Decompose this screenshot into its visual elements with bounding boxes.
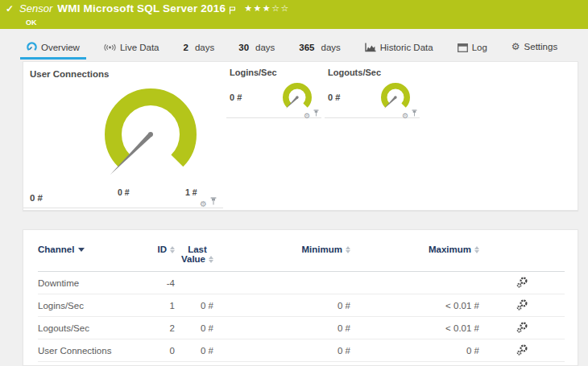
gear-icon: ⚙ xyxy=(511,41,520,52)
channel-settings-gears-icon[interactable] xyxy=(516,344,528,357)
tab-365-days[interactable]: 365 days xyxy=(292,39,346,60)
sort-toggle-icon[interactable] xyxy=(170,246,175,253)
channel-minimum xyxy=(225,272,350,294)
channel-id: 0 xyxy=(143,339,175,362)
channel-settings-gears-icon[interactable] xyxy=(516,299,528,312)
table-row: Logins/Sec 1 0 # 0 # < 0.01 # xyxy=(38,294,565,317)
user-connections-gauge[interactable] xyxy=(102,86,199,183)
tab-2-days-number: 2 xyxy=(184,43,188,52)
table-row: Logouts/Sec 2 0 # 0 # < 0.01 # xyxy=(38,317,565,339)
sensor-header: ✓ Sensor WMI Microsoft SQL Server 2016 ★… xyxy=(0,0,588,29)
tab-30-days-unit: days xyxy=(255,43,275,52)
column-header-channel[interactable]: Channel xyxy=(38,245,143,272)
log-window-icon xyxy=(458,43,468,52)
gauge-current-value: 0 # xyxy=(328,93,340,102)
channel-maximum: < 0.01 # xyxy=(350,317,479,339)
prtg-sensor-page: ✓ Sensor WMI Microsoft SQL Server 2016 ★… xyxy=(0,0,588,366)
sort-active-desc-icon xyxy=(78,248,85,252)
tab-historic-data[interactable]: Historic Data xyxy=(358,39,440,60)
column-header-actions xyxy=(479,245,565,272)
table-row: Downtime -4 xyxy=(38,272,565,294)
minimum-header-label[interactable]: Minimum xyxy=(302,245,342,254)
sort-toggle-icon[interactable] xyxy=(209,256,213,263)
column-header-last-value[interactable]: Last Value xyxy=(175,245,225,272)
maximum-header-label[interactable]: Maximum xyxy=(429,245,471,254)
channel-header-label[interactable]: Channel xyxy=(38,245,74,254)
gauge-title: Logins/Sec xyxy=(230,68,277,77)
tab-bar: Overview Live Data 2 days 30 days 365 da… xyxy=(20,40,588,60)
gauge-widget-user-connections[interactable]: User Connections 0 # 1 # 0 # ⚙ xyxy=(23,62,223,208)
gauge-title: Logouts/Sec xyxy=(328,68,381,77)
gauge-current-value: 0 # xyxy=(230,93,242,102)
tab-overview-label: Overview xyxy=(41,43,80,52)
flag-icon[interactable] xyxy=(229,3,236,18)
column-header-id[interactable]: ID xyxy=(143,245,175,272)
channel-name: Logins/Sec xyxy=(38,294,143,317)
channel-maximum: < 0.01 # xyxy=(350,294,479,317)
tab-30-days-number: 30 xyxy=(238,43,249,52)
channel-last-value: 0 # xyxy=(175,294,225,317)
gauge-current-value: 0 # xyxy=(30,193,43,203)
channel-id: 2 xyxy=(143,317,175,339)
channel-minimum: 0 # xyxy=(225,294,350,317)
tab-settings-label: Settings xyxy=(524,42,558,51)
column-header-maximum[interactable]: Maximum xyxy=(350,245,479,272)
channel-name: User Connections xyxy=(38,339,143,362)
tab-2-days[interactable]: 2 days xyxy=(177,39,222,60)
tab-log[interactable]: Log xyxy=(451,39,494,60)
gauge-widget-logouts-sec[interactable]: Logouts/Sec 0 # ⚙ xyxy=(325,62,420,118)
tab-365-days-unit: days xyxy=(321,43,341,52)
channel-id: 1 xyxy=(143,294,175,317)
status-check-icon: ✓ xyxy=(6,3,14,14)
channel-maximum: 0 # xyxy=(350,339,479,362)
gauge-scale-min: 0 # xyxy=(118,187,130,197)
pin-icon[interactable] xyxy=(210,194,217,208)
gauge-settings-gear-icon[interactable]: ⚙ xyxy=(304,113,310,120)
column-header-minimum[interactable]: Minimum xyxy=(225,245,350,272)
object-kind-label: Sensor xyxy=(19,2,52,14)
tab-30-days[interactable]: 30 days xyxy=(232,39,281,60)
gauge-title: User Connections xyxy=(30,69,109,79)
sort-toggle-icon[interactable] xyxy=(346,246,350,253)
channel-minimum: 0 # xyxy=(225,339,350,362)
sort-toggle-icon[interactable] xyxy=(474,246,479,253)
channel-last-value: 0 # xyxy=(175,317,225,339)
tab-historic-data-label: Historic Data xyxy=(380,43,433,52)
tab-365-days-number: 365 xyxy=(299,43,314,52)
channel-maximum xyxy=(350,272,479,294)
tab-settings[interactable]: ⚙ Settings xyxy=(505,38,564,60)
last-value-header-label[interactable]: Last Value xyxy=(181,245,207,264)
broadcast-icon xyxy=(104,43,116,51)
channels-panel: Channel ID Last Value Minimum Maximum xyxy=(23,229,578,366)
sensor-status-badge: OK xyxy=(26,19,582,27)
channel-last-value xyxy=(175,272,225,294)
channel-settings-gears-icon[interactable] xyxy=(516,277,528,290)
channels-table: Channel ID Last Value Minimum Maximum xyxy=(38,245,565,362)
gauge-widget-logins-sec[interactable]: Logins/Sec 0 # ⚙ xyxy=(226,62,321,118)
gauge-settings-gear-icon[interactable]: ⚙ xyxy=(200,200,207,208)
tab-live-data[interactable]: Live Data xyxy=(97,39,166,60)
tab-2-days-unit: days xyxy=(195,43,214,52)
gauges-panel: User Connections 0 # 1 # 0 # ⚙ Logins/Se… xyxy=(23,61,578,211)
channel-settings-gears-icon[interactable] xyxy=(516,322,528,335)
gauge-scale-max: 1 # xyxy=(185,187,197,197)
channel-id: -4 xyxy=(143,272,175,294)
channel-minimum: 0 # xyxy=(225,317,350,339)
tab-log-label: Log xyxy=(472,43,487,52)
channel-name: Downtime xyxy=(38,272,143,294)
table-row: User Connections 0 0 # 0 # 0 # xyxy=(38,339,565,362)
sensor-title: WMI Microsoft SQL Server 2016 xyxy=(57,2,226,14)
id-header-label[interactable]: ID xyxy=(158,245,168,254)
area-chart-icon xyxy=(365,43,376,52)
channel-name: Logouts/Sec xyxy=(38,317,143,339)
priority-stars[interactable]: ★★★☆☆ xyxy=(244,3,290,14)
tab-overview[interactable]: Overview xyxy=(20,39,86,60)
pin-icon[interactable] xyxy=(313,105,319,120)
gauge-settings-gear-icon[interactable]: ⚙ xyxy=(402,113,408,120)
channel-last-value: 0 # xyxy=(175,339,225,362)
gauge-icon xyxy=(27,42,37,52)
pin-icon[interactable] xyxy=(412,105,417,120)
tab-live-data-label: Live Data xyxy=(120,43,159,52)
